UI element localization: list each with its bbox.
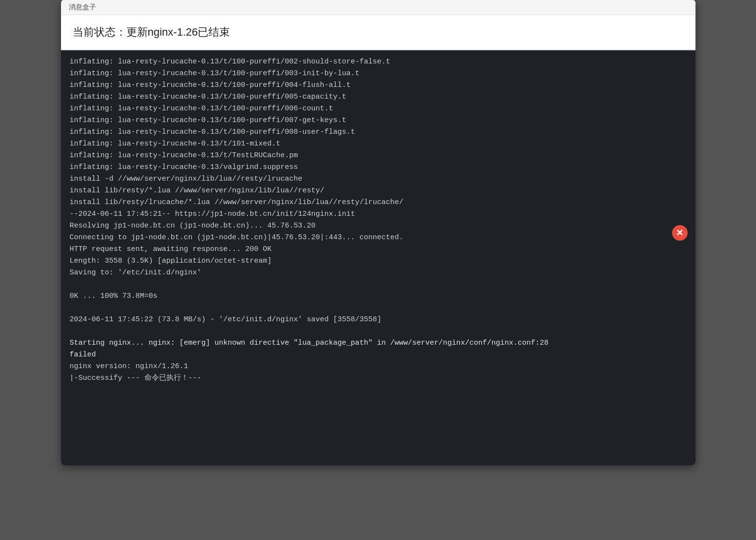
- terminal-line: inflating: lua-resty-lrucache-0.13/t/100…: [70, 56, 687, 68]
- terminal-line: inflating: lua-resty-lrucache-0.13/t/100…: [70, 68, 687, 80]
- status-bar: 当前状态：更新nginx-1.26已结束: [61, 15, 695, 50]
- modal-title-label: 消息盒子: [69, 3, 96, 12]
- terminal-line: install lib/resty/*.lua //www/server/ngi…: [70, 185, 687, 197]
- modal: 消息盒子 ✕ 当前状态：更新nginx-1.26已结束 inflating: l…: [61, 0, 695, 465]
- terminal-line: [70, 279, 687, 291]
- terminal-line: nginx version: nginx/1.26.1: [70, 361, 687, 373]
- terminal-line: inflating: lua-resty-lrucache-0.13/t/100…: [70, 91, 687, 103]
- terminal-line: Connecting to jp1-node.bt.cn (jp1-node.b…: [70, 232, 687, 244]
- terminal-output: inflating: lua-resty-lrucache-0.13/t/100…: [61, 50, 695, 465]
- terminal-line: [70, 302, 687, 314]
- terminal-line: inflating: lua-resty-lrucache-0.13/t/101…: [70, 138, 687, 150]
- terminal-line: failed: [70, 349, 687, 361]
- status-text: 当前状态：更新nginx-1.26已结束: [73, 26, 230, 38]
- terminal-line: install -d //www/server/nginx/lib/lua//r…: [70, 173, 687, 185]
- terminal-line: inflating: lua-resty-lrucache-0.13/valgr…: [70, 162, 687, 173]
- terminal-line: Resolving jp1-node.bt.cn (jp1-node.bt.cn…: [70, 220, 687, 232]
- terminal-line: [70, 326, 687, 337]
- terminal-line: inflating: lua-resty-lrucache-0.13/t/Tes…: [70, 150, 687, 162]
- terminal-line: Starting nginx... nginx: [emerg] unknown…: [70, 337, 687, 349]
- modal-title-bar: 消息盒子 ✕: [61, 0, 695, 15]
- terminal-line: install lib/resty/lrucache/*.lua //www/s…: [70, 197, 687, 208]
- terminal-line: --2024-06-11 17:45:21-- https://jp1-node…: [70, 208, 687, 220]
- terminal-line: |-Successify --- 命令已执行！---: [70, 373, 687, 384]
- terminal-line: inflating: lua-resty-lrucache-0.13/t/100…: [70, 115, 687, 126]
- terminal-line: 0K ... 100% 73.8M=0s: [70, 291, 687, 302]
- terminal-line: Length: 3558 (3.5K) [application/octet-s…: [70, 255, 687, 267]
- terminal-line: Saving to: '/etc/init.d/nginx': [70, 267, 687, 279]
- close-button[interactable]: ✕: [672, 225, 688, 241]
- terminal-line: inflating: lua-resty-lrucache-0.13/t/100…: [70, 80, 687, 91]
- modal-overlay: 消息盒子 ✕ 当前状态：更新nginx-1.26已结束 inflating: l…: [61, 0, 695, 465]
- terminal-line: inflating: lua-resty-lrucache-0.13/t/100…: [70, 126, 687, 138]
- terminal-line: HTTP request sent, awaiting response... …: [70, 244, 687, 255]
- terminal-line: inflating: lua-resty-lrucache-0.13/t/100…: [70, 103, 687, 115]
- terminal-line: 2024-06-11 17:45:22 (73.8 MB/s) - '/etc/…: [70, 314, 687, 326]
